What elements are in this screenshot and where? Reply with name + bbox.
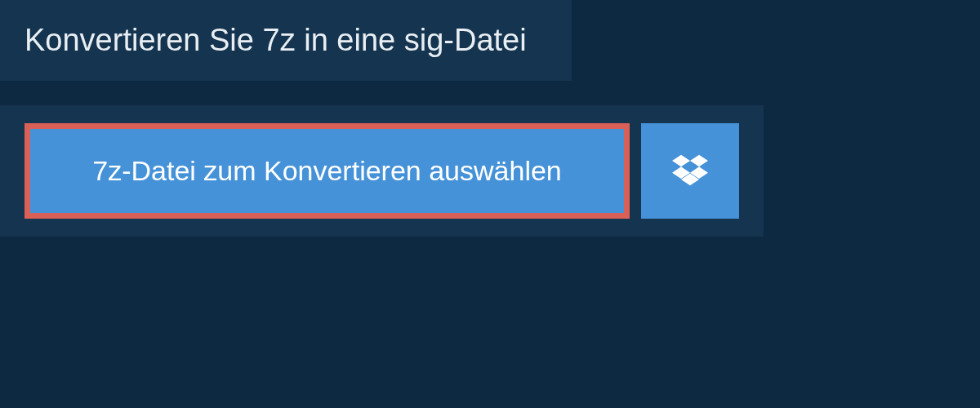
upload-button-panel: 7z-Datei zum Konvertieren auswählen [0,105,764,237]
page-title: Konvertieren Sie 7z in eine sig-Datei [24,23,547,58]
select-file-label: 7z-Datei zum Konvertieren auswählen [92,155,562,187]
dropbox-button[interactable] [641,123,739,219]
header-bar: Konvertieren Sie 7z in eine sig-Datei [0,0,572,81]
select-file-button[interactable]: 7z-Datei zum Konvertieren auswählen [24,123,630,219]
dropbox-icon [672,152,708,191]
